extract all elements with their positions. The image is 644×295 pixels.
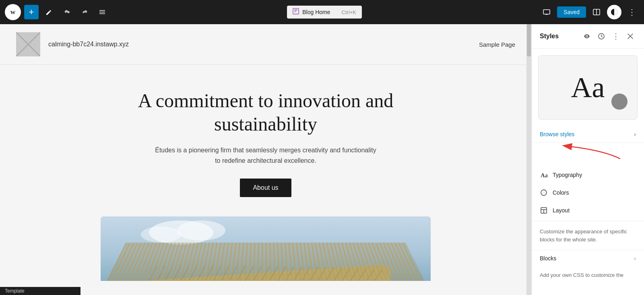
status-bar: Template [0,287,80,295]
site-content: A commitment to innovation and sustainab… [0,65,531,295]
building-image [101,216,431,281]
svg-point-47 [586,36,588,37]
svg-line-20 [165,265,173,281]
svg-rect-13 [101,216,431,281]
dark-mode-button[interactable] [607,5,621,19]
wp-logo-icon[interactable]: W [5,4,21,20]
svg-line-46 [374,270,382,281]
redo-button[interactable] [77,5,92,19]
eye-icon-button[interactable] [581,31,592,42]
typography-item[interactable]: Aa Typography [532,166,644,184]
style-preview-aa: Aa [571,71,605,104]
device-preview-button[interactable] [539,5,554,19]
svg-line-27 [221,265,229,281]
svg-rect-8 [543,10,550,14]
layout-label: Layout [553,207,636,214]
browse-styles-chevron: › [634,131,636,137]
svg-line-26 [213,265,221,281]
site-logo [16,32,40,56]
svg-line-34 [278,266,286,281]
svg-line-24 [197,265,205,281]
page-icon [293,8,299,16]
svg-line-36 [294,267,302,281]
hero-subtitle: Études is a pioneering firm that seamles… [153,145,378,166]
about-us-button[interactable]: About us [240,179,291,197]
svg-line-22 [181,265,189,281]
svg-line-25 [205,265,213,281]
svg-line-23 [189,265,197,281]
undo-button[interactable] [60,5,74,19]
blocks-chevron: › [634,255,636,262]
svg-text:W: W [10,9,16,15]
svg-point-15 [177,220,225,241]
hero-title: A commitment to innovation and sustainab… [125,89,407,135]
main-area: calming-bb7c24.instawp.xyz Sample Page A… [0,24,644,295]
add-block-button[interactable]: + [24,5,39,19]
keyboard-shortcut: Ctrl+K [342,9,356,15]
svg-rect-2 [99,10,105,11]
svg-line-33 [270,266,278,281]
style-preview-card: Aa [538,55,638,120]
panel-more-button[interactable]: ⋮ [610,31,621,42]
svg-text:Aa: Aa [541,172,547,179]
style-preview-circle [611,93,627,110]
add-css-text: Add your own CSS to customize the [532,266,644,284]
svg-line-19 [157,266,165,281]
red-arrow-annotation [532,143,644,166]
svg-line-44 [358,269,366,281]
breadcrumb[interactable]: Blog Home Ctrl+K [287,6,362,19]
layout-icon [540,206,548,214]
panel-title: Styles [540,33,578,40]
svg-rect-7 [294,11,296,12]
svg-line-38 [310,267,318,281]
svg-line-35 [286,266,294,281]
svg-rect-6 [294,10,297,10]
saved-button[interactable]: Saved [557,6,586,18]
colors-label: Colors [553,189,636,196]
canvas-area: calming-bb7c24.instawp.xyz Sample Page A… [0,24,531,295]
svg-line-31 [254,266,262,281]
pencil-icon-button[interactable] [42,5,56,19]
site-navigation: Sample Page [479,41,515,48]
svg-line-30 [246,266,254,281]
colors-item[interactable]: Colors [532,184,644,202]
more-options-button[interactable]: ⋮ [625,5,639,19]
template-label: Template [5,288,25,294]
blocks-label: Blocks [540,255,634,262]
layout-item[interactable]: Layout [532,202,644,219]
panel-description: Customize the appearance of specific blo… [532,221,644,250]
svg-line-29 [237,265,246,281]
split-view-button[interactable] [589,5,604,19]
site-preview: calming-bb7c24.instawp.xyz Sample Page A… [0,24,531,295]
history-icon-button[interactable] [596,31,607,42]
svg-line-28 [229,265,237,281]
svg-marker-17 [141,265,390,281]
svg-line-43 [350,268,358,281]
toolbar: W + Blog Home [0,0,644,24]
svg-line-18 [149,266,157,281]
colors-icon [540,189,548,197]
logo-placeholder-image [16,32,40,56]
red-arrow-svg [540,143,636,163]
panel-close-button[interactable] [625,31,636,42]
scrollbar-thumb[interactable] [527,24,531,56]
svg-line-21 [173,265,181,281]
nav-item-sample-page[interactable]: Sample Page [479,41,515,48]
svg-line-37 [302,267,310,281]
svg-line-41 [334,268,342,281]
browse-styles-row[interactable]: Browse styles › [532,126,644,143]
svg-line-45 [366,269,374,281]
svg-rect-3 [99,12,105,12]
scrollbar[interactable] [526,24,531,295]
list-view-button[interactable] [95,5,109,19]
svg-line-32 [262,266,270,281]
toolbar-right: Saved ⋮ [539,5,639,19]
blocks-row[interactable]: Blocks › [532,250,644,266]
svg-line-39 [318,267,326,281]
panel-header: Styles ⋮ [532,24,644,49]
svg-line-42 [342,268,350,281]
svg-point-16 [141,226,181,243]
svg-rect-9 [546,15,547,15]
breadcrumb-label: Blog Home [302,9,330,15]
site-header: calming-bb7c24.instawp.xyz Sample Page [0,24,531,65]
